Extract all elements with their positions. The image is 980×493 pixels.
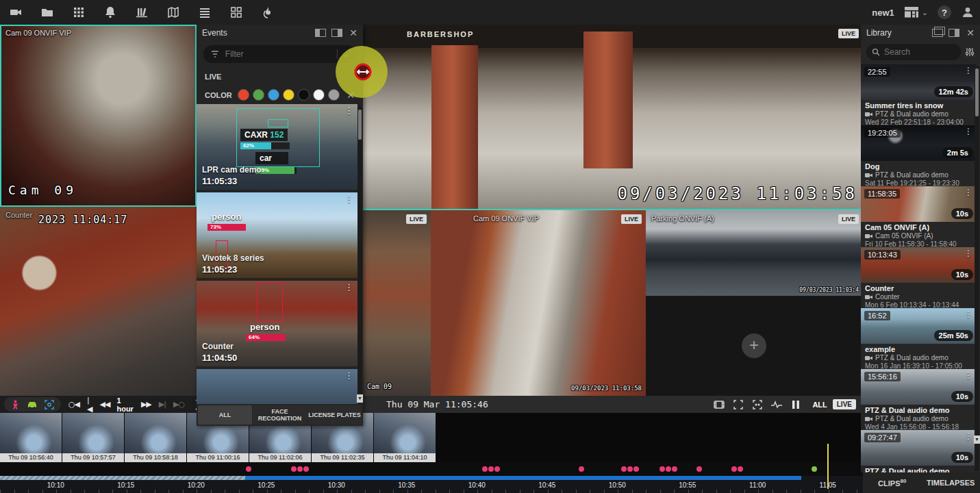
library-item[interactable]: 16:52⋮25m 50s example PTZ & Dual audio d… <box>861 308 976 366</box>
dock-left-icon[interactable] <box>315 29 326 37</box>
scrollbar-thumb[interactable] <box>975 68 979 116</box>
event-card-partial[interactable]: ⋮ <box>197 369 357 404</box>
library-item[interactable]: 15:56:16⋮10s PTZ & Dual audio demo PTZ &… <box>861 369 976 427</box>
search-text-field[interactable] <box>884 47 955 57</box>
library-scrollbar[interactable] <box>975 66 979 471</box>
alerts-bell-icon[interactable] <box>95 0 126 25</box>
filter-sliders-icon[interactable] <box>965 47 975 57</box>
motion-dot[interactable] <box>812 466 817 472</box>
fit-screen-icon[interactable] <box>748 399 767 410</box>
scroll-down-arrow[interactable]: ▼ <box>357 394 363 403</box>
next-frame-button[interactable]: ▶| <box>159 400 166 409</box>
pause-button[interactable] <box>786 400 805 409</box>
library-item[interactable]: 10:13:43⋮10s Counter Counter Mon 6 Feb 1… <box>861 247 976 305</box>
kebab-menu-icon[interactable]: ⋮ <box>344 105 353 116</box>
all-cameras-button[interactable]: ALL <box>812 401 827 409</box>
library-search-input[interactable] <box>866 44 961 60</box>
events-scrollbar[interactable] <box>357 107 362 401</box>
color-swatch[interactable] <box>328 89 340 101</box>
event-card-person[interactable]: ⋮ person 64% Counter 11:04:50 <box>197 281 357 366</box>
kebab-menu-icon[interactable]: ⋮ <box>964 249 972 258</box>
add-camera-button[interactable]: + <box>742 333 766 358</box>
event-dot[interactable] <box>672 466 677 472</box>
layout-selector[interactable]: ⌄ <box>904 6 928 18</box>
tab-license-plates[interactable]: LICENSE PLATES <box>307 405 362 425</box>
tab-face-recognition[interactable]: FACE RECOGNITION <box>253 405 307 425</box>
event-dot[interactable] <box>488 466 494 472</box>
tab-all[interactable]: ALL <box>198 405 252 425</box>
color-swatch[interactable] <box>238 89 249 101</box>
event-dot[interactable] <box>246 466 251 472</box>
clear-color-filter-icon[interactable]: ✕ <box>347 90 355 100</box>
camera-tile-cam09-fisheye[interactable]: Cam 09 ONVIF VIP Cam 09 <box>0 25 197 207</box>
color-swatch[interactable] <box>283 89 294 101</box>
event-dot[interactable] <box>738 466 743 472</box>
events-pulse-icon[interactable] <box>767 400 786 409</box>
empty-layout-cell[interactable]: + <box>646 296 863 396</box>
library-item[interactable]: 22:55⋮12m 42s Summer tires in snow PTZ &… <box>861 64 976 122</box>
rewind-button[interactable]: ◀◀ <box>100 400 110 409</box>
kebab-menu-icon[interactable]: ⋮ <box>344 282 353 292</box>
prev-frame-button[interactable]: |◀ <box>87 396 92 414</box>
library-item[interactable]: 11:58:35⋮10s Cam 05 ONVIF (A) Cam 05 ONV… <box>861 186 976 244</box>
next-event-button[interactable]: ▶○ <box>173 400 184 409</box>
detections-flame-icon[interactable] <box>252 0 284 25</box>
event-dot[interactable] <box>494 466 500 472</box>
event-dot[interactable] <box>303 466 309 472</box>
event-dot[interactable] <box>621 466 627 472</box>
scroll-down-arrow[interactable]: ▼ <box>974 435 980 444</box>
kebab-menu-icon[interactable]: ⋮ <box>964 309 972 319</box>
timeline-thumbnail[interactable]: Thu 09 10:57:57 <box>62 413 124 462</box>
event-card-person[interactable]: ⋮ person 73% Vivotek 8 series 11:05:23 <box>197 192 357 278</box>
color-swatch[interactable] <box>313 89 325 101</box>
event-dot[interactable] <box>627 466 633 472</box>
grid-icon[interactable] <box>63 0 95 25</box>
help-icon[interactable]: ? <box>938 5 951 19</box>
close-icon[interactable]: ✕ <box>349 28 357 38</box>
video-camera-icon[interactable] <box>0 0 32 25</box>
object-tracking-icon[interactable] <box>45 400 54 409</box>
filter-text-field[interactable] <box>225 49 331 59</box>
camera-tile-parking[interactable]: Parking ONVIF (A) LIVE 09/03/2023 11:03:… <box>646 210 863 296</box>
kebab-menu-icon[interactable]: ⋮ <box>344 194 353 204</box>
camera-tile-counter[interactable]: Counter 2023 11:04:17 <box>0 207 197 396</box>
playback-speed[interactable]: 1 hour <box>116 396 133 413</box>
dock-right-icon[interactable] <box>948 29 959 37</box>
camera-tile-main-barbershop[interactable]: BARBERSHOP LIVE 09/03/2023 11:03:58 <box>363 25 863 209</box>
tab-timelapses[interactable]: TIMELAPSES <box>922 479 980 487</box>
tab-clips[interactable]: CLIPS80 <box>863 478 922 488</box>
timeline-thumbnail[interactable]: Thu 09 11:04:10 <box>374 413 436 462</box>
library-item[interactable]: 09:27:47⋮10s PTZ & Dual audio demo <box>861 430 976 472</box>
kebab-menu-icon[interactable]: ⋮ <box>964 127 972 136</box>
scrollbar-thumb[interactable] <box>358 110 362 140</box>
timeline-thumbnail[interactable]: Thu 09 10:58:18 <box>125 413 186 462</box>
timeline-thumbnail[interactable]: Thu 09 10:56:40 <box>0 413 62 462</box>
prev-event-button[interactable]: ○◀ <box>68 400 79 409</box>
event-dot[interactable] <box>659 466 665 472</box>
kebab-menu-icon[interactable]: ⋮ <box>964 188 972 197</box>
event-dot[interactable] <box>579 466 584 472</box>
event-card-lpr[interactable]: ⋮ CAXR 152 62% car 95% LPR cam demo 11:0… <box>197 104 357 190</box>
event-dot[interactable] <box>731 466 737 472</box>
event-dot[interactable] <box>666 466 671 472</box>
vehicle-detection-icon[interactable] <box>27 401 38 409</box>
kebab-menu-icon[interactable]: ⋮ <box>344 370 353 381</box>
fullscreen-icon[interactable] <box>729 399 748 410</box>
timeline-scale[interactable]: 10:10 10:15 10:20 10:25 10:30 10:35 10:4… <box>0 476 863 493</box>
layouts-icon[interactable] <box>221 0 252 25</box>
color-swatch[interactable] <box>268 89 279 101</box>
timeline-events-strip[interactable] <box>0 462 863 476</box>
event-dot[interactable] <box>633 466 639 472</box>
close-icon[interactable]: ✕ <box>966 28 975 38</box>
camera-tile-cam09-vip[interactable]: Cam 09 ONVIF VIP LIVE 09/03/2023 11:03:5… <box>431 210 646 396</box>
dock-right-icon[interactable] <box>331 29 342 37</box>
events-filter-input[interactable]: ⌄ <box>203 45 356 63</box>
event-dot[interactable] <box>291 466 297 472</box>
user-icon[interactable] <box>961 5 975 19</box>
forward-button[interactable]: ▶▶ <box>141 400 151 409</box>
event-dot[interactable] <box>696 466 702 472</box>
color-swatch[interactable] <box>298 89 310 101</box>
event-dot[interactable] <box>297 466 303 472</box>
kebab-menu-icon[interactable]: ⋮ <box>964 431 972 441</box>
film-strip-icon[interactable] <box>709 399 729 410</box>
